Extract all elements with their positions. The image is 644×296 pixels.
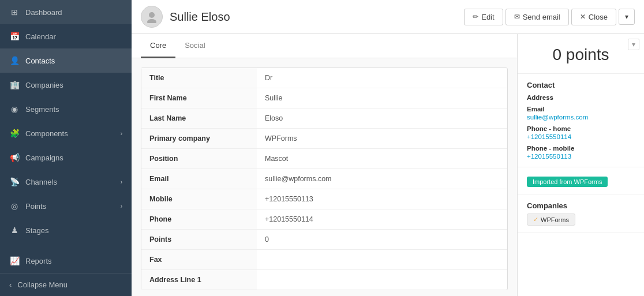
- company-name: WPForms: [541, 216, 569, 223]
- contacts-icon: 👤: [9, 55, 20, 66]
- phone-mobile-label: Phone - mobile: [527, 145, 635, 152]
- sidebar-item-points[interactable]: ◎ Points ›: [0, 194, 132, 218]
- field-value-mobile: +12015550113: [257, 189, 507, 209]
- contact-info-section: Contact Address Email sullie@wpforms.com…: [518, 74, 644, 167]
- sidebar-item-label: Points: [25, 202, 46, 211]
- table-row: Title Dr: [141, 68, 507, 88]
- content-area: Core Social Title Dr First Name Sullie: [132, 34, 644, 296]
- sidebar-item-label: Reports: [25, 257, 52, 265]
- table-row: Position Mascot: [141, 149, 507, 169]
- field-label-points: Points: [141, 230, 257, 249]
- sidebar-item-label: Contacts: [25, 57, 55, 65]
- edit-button[interactable]: ✏ Edit: [464, 9, 503, 25]
- sidebar-item-channels[interactable]: 📡 Channels ›: [0, 170, 132, 194]
- chevron-right-icon: ›: [121, 203, 122, 209]
- sidebar-item-label: Companies: [25, 81, 63, 89]
- field-label-company: Primary company: [141, 129, 257, 148]
- table-row: Address Line 1: [141, 270, 507, 290]
- field-label-phone: Phone: [141, 209, 257, 229]
- sidebar-item-stages[interactable]: ♟ Stages: [0, 218, 132, 242]
- table-row: Email sullie@wpforms.com: [141, 169, 507, 189]
- header-actions: ✏ Edit ✉ Send email ✕ Close ▾: [464, 9, 635, 25]
- check-icon: ✓: [533, 216, 538, 223]
- channels-icon: 📡: [9, 177, 20, 187]
- sidebar-item-calendar[interactable]: 📅 Calendar: [0, 24, 132, 48]
- calendar-icon: 📅: [9, 31, 20, 42]
- phone-mobile-value: +12015550113: [527, 153, 635, 160]
- imported-badge: Imported from WPForms: [527, 177, 608, 187]
- collapse-label: Collapse Menu: [17, 280, 68, 289]
- table-row: Fax: [141, 250, 507, 270]
- contact-section-title: Contact: [527, 81, 635, 89]
- svg-point-1: [147, 19, 156, 23]
- sidebar-item-label: Stages: [25, 226, 48, 235]
- page-title: Sullie Eloso: [170, 10, 230, 24]
- address-label: Address: [527, 94, 635, 101]
- collapse-icon: ‹: [9, 280, 12, 289]
- points-display: 0 points ▾: [518, 34, 644, 74]
- sidebar-item-label: Segments: [25, 105, 59, 114]
- companies-icon: 🏢: [9, 80, 20, 90]
- close-icon: ✕: [580, 13, 586, 21]
- fields-panel: Title Dr First Name Sullie Last Name Elo…: [132, 58, 517, 296]
- table-row: Last Name Eloso: [141, 108, 507, 129]
- send-email-button[interactable]: ✉ Send email: [506, 9, 569, 25]
- field-value-title: Dr: [257, 68, 507, 88]
- chevron-right-icon: ›: [121, 130, 122, 137]
- svg-point-0: [149, 12, 155, 18]
- sidebar-item-label: Components: [25, 129, 68, 138]
- avatar: [141, 6, 163, 28]
- more-actions-button[interactable]: ▾: [619, 9, 635, 25]
- phone-home-value: +12015550114: [527, 133, 635, 140]
- field-value-position: Mascot: [257, 149, 507, 168]
- sidebar-item-label: Channels: [25, 178, 57, 186]
- company-badge[interactable]: ✓ WPForms: [527, 213, 575, 226]
- tab-core[interactable]: Core: [141, 34, 175, 58]
- sidebar-item-segments[interactable]: ◉ Segments: [0, 97, 132, 121]
- close-button[interactable]: ✕ Close: [571, 9, 616, 25]
- sidebar-item-label: Dashboard: [25, 8, 62, 17]
- field-label-address: Address Line 1: [141, 270, 257, 290]
- tabs-bar: Core Social: [132, 34, 517, 58]
- right-panel: 0 points ▾ Contact Address Email sullie@…: [517, 34, 644, 296]
- imported-badge-section: Imported from WPForms: [518, 167, 644, 194]
- field-label-position: Position: [141, 149, 257, 168]
- left-panel: Core Social Title Dr First Name Sullie: [132, 34, 517, 296]
- points-dropdown-button[interactable]: ▾: [628, 39, 639, 50]
- components-icon: 🧩: [9, 128, 20, 138]
- segments-icon: ◉: [9, 104, 20, 114]
- field-label-mobile: Mobile: [141, 189, 257, 209]
- sidebar-item-label: Calendar: [25, 32, 56, 41]
- table-row: Mobile +12015550113: [141, 189, 507, 209]
- sidebar-item-campaigns[interactable]: 📢 Campaigns: [0, 145, 132, 170]
- table-row: Phone +12015550114: [141, 209, 507, 230]
- tab-social[interactable]: Social: [175, 34, 214, 58]
- companies-section: Companies ✓ WPForms: [518, 194, 644, 233]
- table-row: First Name Sullie: [141, 88, 507, 108]
- field-value-address: [257, 270, 507, 290]
- field-value-phone: +12015550114: [257, 209, 507, 229]
- email-field-label: Email: [527, 106, 635, 113]
- points-value: 0 points: [552, 46, 609, 63]
- sidebar-item-reports[interactable]: 📈 Reports: [0, 249, 132, 273]
- sidebar-item-companies[interactable]: 🏢 Companies: [0, 73, 132, 97]
- table-row: Points 0: [141, 230, 507, 250]
- sidebar-item-dashboard[interactable]: ⊞ Dashboard: [0, 0, 132, 24]
- chevron-down-icon: ▾: [625, 13, 628, 21]
- table-row: Primary company WPForms: [141, 129, 507, 149]
- companies-section-title: Companies: [527, 201, 635, 210]
- main-content: Sullie Eloso ✏ Edit ✉ Send email ✕ Close…: [132, 0, 644, 296]
- points-icon: ◎: [9, 201, 20, 211]
- collapse-menu-button[interactable]: ‹ Collapse Menu: [0, 273, 132, 296]
- field-value-lastname: Eloso: [257, 108, 507, 128]
- field-value-company: WPForms: [257, 129, 507, 148]
- campaigns-icon: 📢: [9, 152, 20, 163]
- field-label-fax: Fax: [141, 250, 257, 269]
- field-label-title: Title: [141, 68, 257, 88]
- sidebar-bottom: 📈 Reports ‹ Collapse Menu: [0, 249, 132, 296]
- sidebar-item-components[interactable]: 🧩 Components ›: [0, 121, 132, 145]
- email-icon: ✉: [514, 13, 520, 21]
- edit-icon: ✏: [473, 13, 478, 21]
- sidebar-item-contacts[interactable]: 👤 Contacts: [0, 48, 132, 73]
- dashboard-icon: ⊞: [9, 7, 20, 17]
